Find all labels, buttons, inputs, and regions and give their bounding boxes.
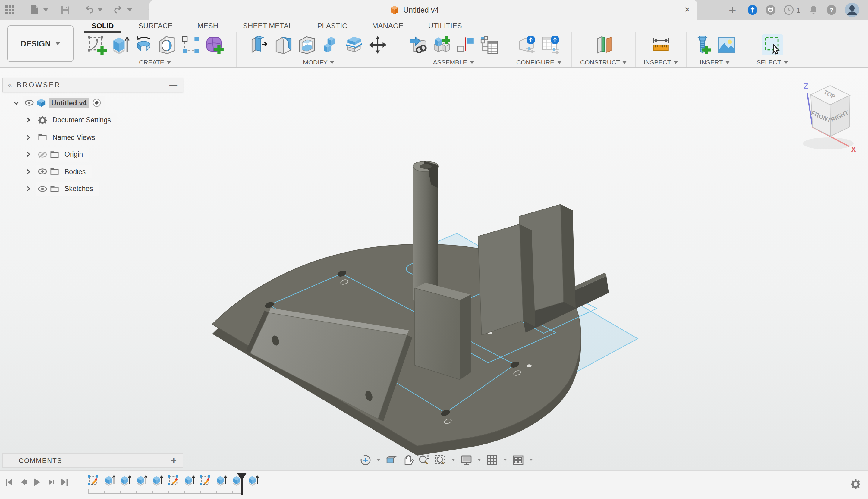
orbit-icon[interactable] xyxy=(359,453,372,466)
browser-item-root[interactable]: Untitled v4 xyxy=(2,96,183,110)
timeline-feature-extrude-icon[interactable] xyxy=(103,474,115,486)
insert-derive-icon[interactable] xyxy=(408,35,428,54)
tab-surface[interactable]: SURFACE xyxy=(130,20,181,32)
fillet-icon[interactable] xyxy=(274,35,294,54)
new-tab-icon[interactable]: + xyxy=(729,4,736,16)
visibility-eye-icon[interactable] xyxy=(25,98,34,107)
add-comment-icon[interactable]: + xyxy=(171,455,176,466)
layout-grid-icon[interactable] xyxy=(486,453,499,466)
browser-item-label[interactable]: Named Views xyxy=(50,132,98,142)
browser-item-label[interactable]: Sketches xyxy=(62,184,96,193)
chevron-right-icon[interactable] xyxy=(25,117,31,123)
extrude-icon[interactable] xyxy=(110,35,130,54)
browser-item-label[interactable]: Origin xyxy=(62,149,85,159)
browser-item-named-views[interactable]: Named Views xyxy=(2,130,183,144)
rectangular-pattern-icon[interactable] xyxy=(181,35,200,54)
timeline-feature-extrude-icon[interactable] xyxy=(183,474,195,486)
document-tab[interactable]: Untitled v4 × xyxy=(149,0,697,20)
timeline-feature-sketch-icon[interactable] xyxy=(199,474,211,486)
step-back-icon[interactable] xyxy=(19,478,27,486)
insert-fastener-icon[interactable] xyxy=(693,35,713,54)
notifications-bell-icon[interactable] xyxy=(808,5,819,15)
browser-item-document-settings[interactable]: Document Settings xyxy=(2,113,183,127)
look-at-icon[interactable] xyxy=(385,453,398,466)
timeline-feature-extrude-icon[interactable] xyxy=(151,474,163,486)
create-form-icon[interactable] xyxy=(204,35,224,54)
configure-group-label[interactable]: CONFIGURE xyxy=(516,59,562,66)
visibility-eye-icon[interactable] xyxy=(38,184,47,193)
construct-group-label[interactable]: CONSTRUCT xyxy=(580,59,627,66)
pan-icon[interactable] xyxy=(402,453,414,466)
assemble-group-label[interactable]: ASSEMBLE xyxy=(433,59,474,66)
timeline-feature-extrude-icon[interactable] xyxy=(119,474,131,486)
browser-item-label[interactable]: Document Settings xyxy=(50,115,113,125)
tab-sheet-metal[interactable]: SHEET METAL xyxy=(234,20,301,32)
insert-canvas-icon[interactable] xyxy=(717,35,737,54)
timeline-feature-extrude-icon[interactable] xyxy=(215,474,227,486)
chevron-right-icon[interactable] xyxy=(25,168,31,174)
display-settings-icon[interactable] xyxy=(460,453,473,466)
tab-solid[interactable]: SOLID xyxy=(83,20,122,32)
undo-icon[interactable] xyxy=(84,5,94,15)
chevron-down-icon[interactable] xyxy=(13,100,19,106)
activate-component-radio[interactable] xyxy=(92,98,101,107)
create-sketch-icon[interactable] xyxy=(86,35,106,54)
close-tab-icon[interactable]: × xyxy=(681,3,694,16)
tab-manage[interactable]: MANAGE xyxy=(364,20,412,32)
save-icon[interactable] xyxy=(60,5,71,15)
visibility-eye-icon[interactable] xyxy=(38,167,47,176)
move-copy-icon[interactable] xyxy=(368,35,388,54)
avatar[interactable] xyxy=(844,2,859,17)
create-exploded-view-icon[interactable] xyxy=(479,35,499,54)
browser-header[interactable]: « BROWSER — xyxy=(2,78,183,92)
step-forward-icon[interactable] xyxy=(46,478,55,486)
app-grid-icon[interactable] xyxy=(5,5,15,15)
timeline-feature-sketch-icon[interactable] xyxy=(87,474,99,486)
display-settings-dropdown-icon[interactable] xyxy=(477,459,481,461)
viewports-icon[interactable] xyxy=(512,453,524,466)
orbit-dropdown-icon[interactable] xyxy=(377,459,380,461)
tab-plastic[interactable]: PLASTIC xyxy=(309,20,356,32)
extensions-icon[interactable] xyxy=(766,5,776,15)
shell-icon[interactable] xyxy=(297,35,317,54)
viewcube[interactable]: TOP FRONT RIGHT Z X xyxy=(791,78,868,158)
undo-dropdown-icon[interactable] xyxy=(98,9,102,11)
split-body-icon[interactable] xyxy=(344,35,364,54)
press-pull-icon[interactable] xyxy=(250,35,270,54)
comments-bar[interactable]: COMMENTS + xyxy=(2,453,183,468)
zoom-window-icon[interactable] xyxy=(434,453,447,466)
viewports-dropdown-icon[interactable] xyxy=(529,459,533,461)
hole-icon[interactable] xyxy=(157,35,177,54)
timeline-feature-extrude-icon[interactable] xyxy=(246,474,259,486)
help-icon[interactable]: ? xyxy=(827,5,837,15)
browser-item-sketches[interactable]: Sketches xyxy=(2,182,183,196)
create-group-label[interactable]: CREATE xyxy=(139,59,171,66)
combine-icon[interactable] xyxy=(321,35,341,54)
skip-to-start-icon[interactable] xyxy=(5,478,13,486)
joint-icon[interactable] xyxy=(455,35,475,54)
browser-item-origin[interactable]: Origin xyxy=(2,147,183,161)
browser-item-label[interactable]: Bodies xyxy=(62,167,88,176)
timeline-settings-gear-icon[interactable] xyxy=(851,479,861,489)
timeline-feature-extrude-icon[interactable] xyxy=(135,474,147,486)
redo-icon[interactable] xyxy=(113,5,124,15)
file-new-icon[interactable] xyxy=(29,5,40,15)
browser-item-bodies[interactable]: Bodies xyxy=(2,165,183,179)
chevron-right-icon[interactable] xyxy=(25,151,31,157)
layout-grid-dropdown-icon[interactable] xyxy=(503,459,507,461)
job-status-clock-icon[interactable] xyxy=(784,5,794,15)
chevron-right-icon[interactable] xyxy=(25,186,31,192)
construction-plane-icon[interactable] xyxy=(594,35,614,54)
zoom-icon[interactable] xyxy=(418,453,430,466)
configuration-table-icon[interactable] xyxy=(541,35,561,54)
chevron-right-icon[interactable] xyxy=(25,134,31,140)
play-icon[interactable] xyxy=(33,478,41,486)
file-new-dropdown-icon[interactable] xyxy=(44,9,48,11)
select-window-icon[interactable] xyxy=(762,35,782,54)
timeline-position-marker[interactable] xyxy=(236,473,247,495)
modify-group-label[interactable]: MODIFY xyxy=(303,59,335,66)
visibility-off-eye-icon[interactable] xyxy=(38,150,47,159)
tab-mesh[interactable]: MESH xyxy=(189,20,227,32)
workspace-selector[interactable]: DESIGN xyxy=(7,25,74,62)
revolve-icon[interactable] xyxy=(134,35,154,54)
